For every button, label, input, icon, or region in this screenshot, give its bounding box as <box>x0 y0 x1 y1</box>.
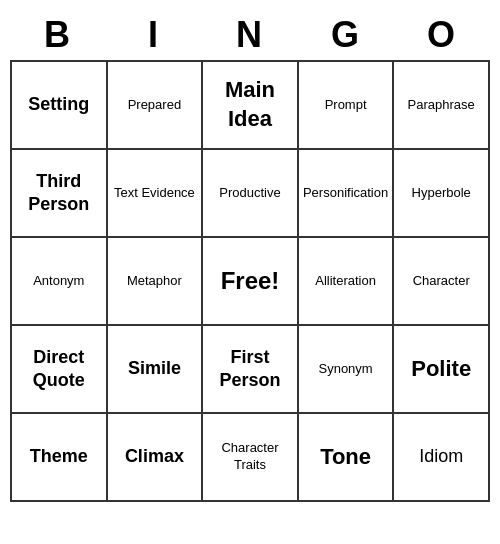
bingo-card: BINGO SettingPreparedMain IdeaPromptPara… <box>10 10 490 502</box>
bingo-cell-r0c2: Main Idea <box>203 62 299 150</box>
bingo-cell-r2c4: Character <box>394 238 490 326</box>
bingo-header-letter: B <box>10 10 106 60</box>
bingo-cell-r2c3: Alliteration <box>299 238 395 326</box>
bingo-cell-r4c1: Climax <box>108 414 204 502</box>
bingo-cell-r0c4: Paraphrase <box>394 62 490 150</box>
bingo-cell-r2c2: Free! <box>203 238 299 326</box>
bingo-cell-r1c1: Text Evidence <box>108 150 204 238</box>
bingo-cell-r1c4: Hyperbole <box>394 150 490 238</box>
bingo-cell-r2c0: Antonym <box>12 238 108 326</box>
bingo-cell-r3c0: Direct Quote <box>12 326 108 414</box>
bingo-cell-r3c3: Synonym <box>299 326 395 414</box>
bingo-cell-r3c4: Polite <box>394 326 490 414</box>
bingo-cell-r0c3: Prompt <box>299 62 395 150</box>
bingo-cell-r0c1: Prepared <box>108 62 204 150</box>
bingo-cell-r1c3: Personification <box>299 150 395 238</box>
bingo-cell-r4c2: Character Traits <box>203 414 299 502</box>
bingo-cell-r1c0: Third Person <box>12 150 108 238</box>
bingo-cell-r4c0: Theme <box>12 414 108 502</box>
bingo-header-letter: O <box>394 10 490 60</box>
bingo-header: BINGO <box>10 10 490 60</box>
bingo-cell-r3c2: First Person <box>203 326 299 414</box>
bingo-header-letter: N <box>202 10 298 60</box>
bingo-cell-r4c3: Tone <box>299 414 395 502</box>
bingo-cell-r4c4: Idiom <box>394 414 490 502</box>
bingo-header-letter: G <box>298 10 394 60</box>
bingo-cell-r1c2: Productive <box>203 150 299 238</box>
bingo-cell-r3c1: Simile <box>108 326 204 414</box>
bingo-cell-r2c1: Metaphor <box>108 238 204 326</box>
bingo-header-letter: I <box>106 10 202 60</box>
bingo-cell-r0c0: Setting <box>12 62 108 150</box>
bingo-grid: SettingPreparedMain IdeaPromptParaphrase… <box>10 60 490 502</box>
